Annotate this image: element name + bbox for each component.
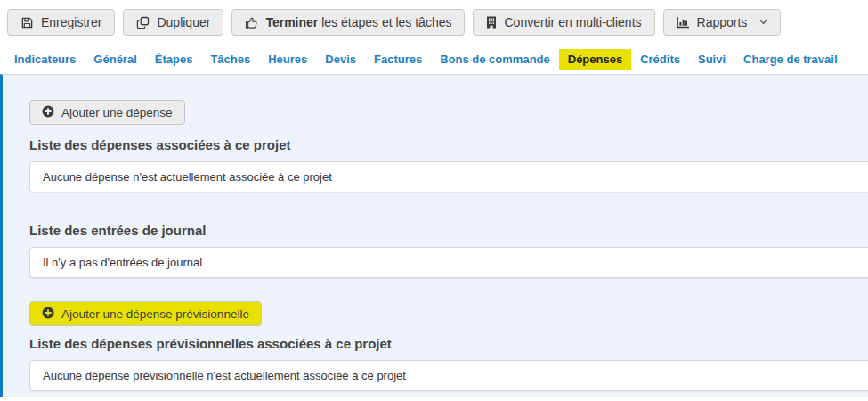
building-icon	[486, 16, 497, 29]
bar-chart-icon	[677, 16, 690, 29]
toolbar: Enregistrer Dupliquer Terminer les étape…	[0, 0, 868, 36]
journal-list-heading: Liste des entrées de journal	[29, 223, 868, 238]
add-forecast-expense-button[interactable]: Ajouter une dépense prévisionnelle	[29, 301, 262, 326]
tab-credits[interactable]: Crédits	[631, 49, 689, 70]
tab-charge-de-travail[interactable]: Charge de travail	[734, 49, 847, 70]
save-button-label: Enregistrer	[41, 15, 101, 29]
tab-devis[interactable]: Devis	[316, 49, 365, 70]
empty-forecast-expenses-message: Aucune dépense prévisionnelle n'est actu…	[29, 360, 868, 391]
tab-bar: Indicateurs Général Étapes Tâches Heures…	[5, 49, 868, 70]
tab-heures[interactable]: Heures	[259, 49, 316, 70]
tab-depenses[interactable]: Dépenses	[559, 49, 631, 70]
add-forecast-expense-button-label: Ajouter une dépense prévisionnelle	[61, 307, 249, 321]
save-button[interactable]: Enregistrer	[7, 9, 115, 36]
tab-taches[interactable]: Tâches	[201, 49, 259, 70]
plus-circle-icon	[42, 105, 54, 120]
forecast-expenses-list-heading: Liste des dépenses prévisionnelles assoc…	[29, 336, 868, 351]
convert-multi-clients-label: Convertir en multi-clients	[504, 15, 641, 29]
copy-icon	[136, 16, 150, 29]
finish-steps-tasks-label: Terminer les étapes et les tâches	[265, 15, 451, 29]
duplicate-button[interactable]: Dupliquer	[123, 9, 223, 36]
tab-bons-de-commande[interactable]: Bons de commande	[431, 49, 559, 70]
add-expense-button-label: Ajouter une dépense	[61, 106, 173, 119]
tab-etapes[interactable]: Étapes	[146, 49, 202, 70]
duplicate-button-label: Dupliquer	[157, 15, 210, 29]
tab-general[interactable]: Général	[85, 49, 145, 70]
reports-button-label: Rapports	[697, 15, 748, 29]
tab-indicateurs[interactable]: Indicateurs	[5, 49, 85, 70]
convert-multi-clients-button[interactable]: Convertir en multi-clients	[473, 9, 654, 36]
expenses-list-heading: Liste des dépenses associées à ce projet	[29, 137, 868, 152]
finish-steps-tasks-button[interactable]: Terminer les étapes et les tâches	[231, 9, 465, 36]
empty-expenses-message: Aucune dépense n'est actuellement associ…	[29, 161, 868, 192]
tab-suivi[interactable]: Suivi	[689, 49, 734, 70]
reports-button[interactable]: Rapports	[663, 9, 782, 36]
plus-circle-icon	[42, 307, 54, 322]
chevron-down-icon	[759, 20, 767, 25]
tab-factures[interactable]: Factures	[365, 49, 431, 70]
thumbs-up-icon	[245, 16, 258, 29]
add-expense-button[interactable]: Ajouter une dépense	[29, 100, 185, 125]
save-icon	[20, 16, 34, 29]
depenses-panel: Ajouter une dépense Liste des dépenses a…	[0, 74, 868, 397]
empty-journal-message: Il n'y a pas d'entrées de journal	[29, 247, 868, 278]
